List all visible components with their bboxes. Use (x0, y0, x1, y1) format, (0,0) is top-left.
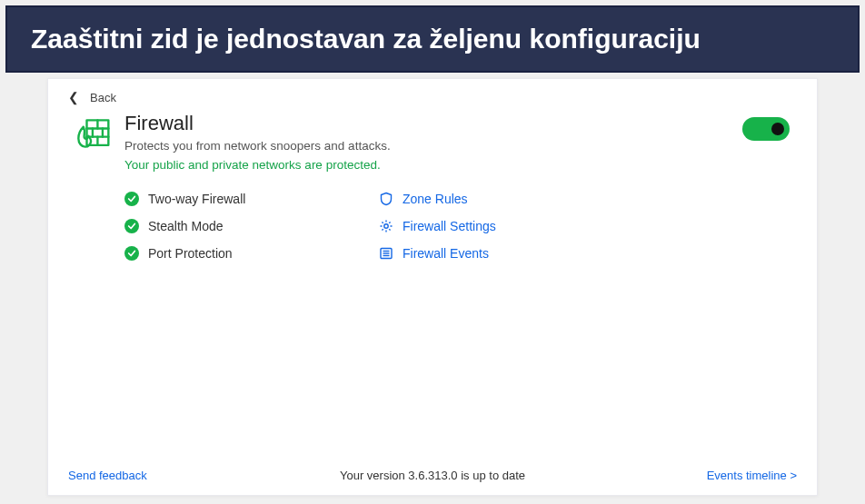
page-header: Firewall Protects you from network snoop… (48, 104, 817, 175)
zone-rules-link[interactable]: Zone Rules (379, 192, 597, 206)
firewall-toggle[interactable] (742, 117, 790, 141)
feature-item: Port Protection (124, 246, 343, 261)
back-button[interactable]: ❮ Back (48, 79, 817, 104)
svg-point-7 (384, 224, 388, 228)
check-icon (124, 192, 139, 206)
check-icon (124, 219, 139, 233)
protection-status: Your public and private networks are pro… (124, 158, 742, 172)
feature-label: Port Protection (148, 246, 233, 261)
feature-column: Two-way Firewall Stealth Mode Port Prote… (124, 192, 343, 261)
back-label: Back (90, 91, 116, 104)
content-columns: Two-way Firewall Stealth Mode Port Prote… (48, 175, 817, 261)
page-subtitle: Protects you from network snoopers and a… (124, 139, 742, 153)
firewall-settings-link[interactable]: Firewall Settings (379, 219, 597, 233)
toggle-knob (771, 123, 784, 135)
page-title: Firewall (124, 112, 742, 135)
links-column: Zone Rules Firewall Settings Firewall Ev… (379, 192, 597, 261)
firewall-window: ❮ Back Firewall Protects you from networ… (47, 78, 818, 496)
feature-label: Stealth Mode (148, 219, 224, 233)
feature-item: Two-way Firewall (124, 192, 343, 206)
feature-label: Two-way Firewall (148, 192, 245, 206)
chevron-left-icon: ❮ (68, 90, 79, 104)
caption-banner: Zaaštitni zid je jednostavan za željenu … (5, 5, 860, 73)
link-label: Zone Rules (403, 192, 468, 206)
link-label: Firewall Settings (403, 219, 496, 233)
firewall-icon (72, 114, 112, 153)
shield-icon (379, 192, 393, 206)
title-block: Firewall Protects you from network snoop… (124, 112, 742, 172)
events-timeline-link[interactable]: Events timeline > (707, 469, 797, 482)
list-icon (379, 246, 393, 261)
feature-item: Stealth Mode (124, 219, 343, 233)
link-label: Firewall Events (403, 246, 489, 261)
version-status: Your version 3.6.313.0 is up to date (340, 469, 525, 482)
window-footer: Send feedback Your version 3.6.313.0 is … (48, 458, 817, 495)
caption-text: Zaaštitni zid je jednostavan za željenu … (31, 24, 701, 54)
gear-icon (379, 219, 393, 233)
check-icon (124, 246, 139, 261)
firewall-events-link[interactable]: Firewall Events (379, 246, 597, 261)
send-feedback-link[interactable]: Send feedback (68, 469, 147, 482)
